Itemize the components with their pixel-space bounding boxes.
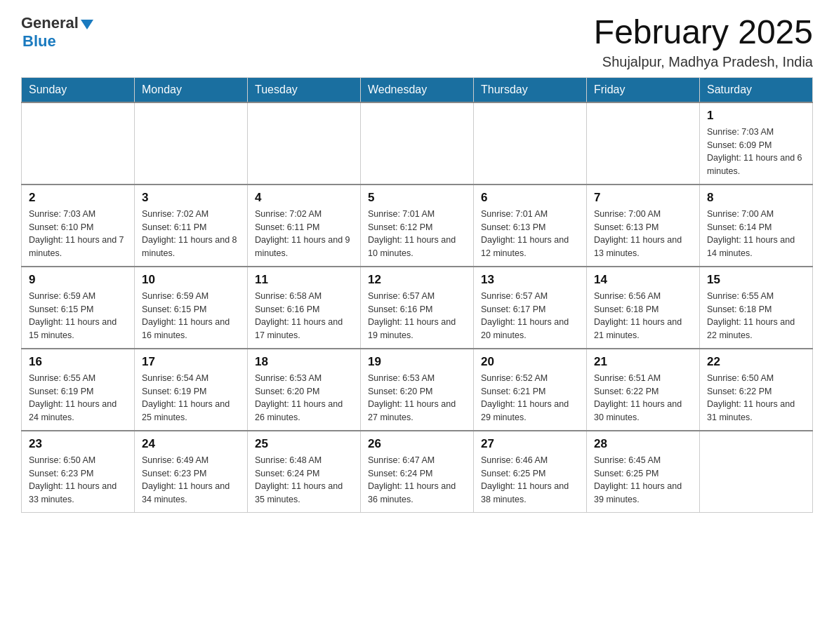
table-row — [135, 102, 248, 185]
table-row — [587, 102, 700, 185]
day-info: Sunrise: 6:54 AM Sunset: 6:19 PM Dayligh… — [142, 372, 240, 424]
calendar-table: Sunday Monday Tuesday Wednesday Thursday… — [21, 77, 813, 513]
day-info: Sunrise: 6:59 AM Sunset: 6:15 PM Dayligh… — [142, 290, 240, 342]
table-row: 21Sunrise: 6:51 AM Sunset: 6:22 PM Dayli… — [587, 349, 700, 431]
day-info: Sunrise: 6:59 AM Sunset: 6:15 PM Dayligh… — [29, 290, 127, 342]
day-number: 15 — [707, 273, 805, 287]
day-number: 5 — [368, 191, 466, 205]
header-thursday: Thursday — [474, 77, 587, 102]
table-row: 10Sunrise: 6:59 AM Sunset: 6:15 PM Dayli… — [135, 267, 248, 349]
week-row-1: 1Sunrise: 7:03 AM Sunset: 6:09 PM Daylig… — [22, 102, 813, 185]
day-info: Sunrise: 6:53 AM Sunset: 6:20 PM Dayligh… — [368, 372, 466, 424]
table-row: 9Sunrise: 6:59 AM Sunset: 6:15 PM Daylig… — [22, 267, 135, 349]
day-number: 4 — [255, 191, 353, 205]
week-row-3: 9Sunrise: 6:59 AM Sunset: 6:15 PM Daylig… — [22, 267, 813, 349]
day-info: Sunrise: 6:45 AM Sunset: 6:25 PM Dayligh… — [594, 454, 692, 507]
day-info: Sunrise: 6:55 AM Sunset: 6:19 PM Dayligh… — [29, 372, 127, 424]
header-monday: Monday — [135, 77, 248, 102]
table-row: 5Sunrise: 7:01 AM Sunset: 6:12 PM Daylig… — [361, 185, 474, 267]
day-info: Sunrise: 6:49 AM Sunset: 6:23 PM Dayligh… — [142, 454, 240, 507]
table-row: 6Sunrise: 7:01 AM Sunset: 6:13 PM Daylig… — [474, 185, 587, 267]
day-info: Sunrise: 7:03 AM Sunset: 6:09 PM Dayligh… — [707, 126, 805, 178]
day-info: Sunrise: 6:56 AM Sunset: 6:18 PM Dayligh… — [594, 290, 692, 342]
table-row: 13Sunrise: 6:57 AM Sunset: 6:17 PM Dayli… — [474, 267, 587, 349]
day-number: 22 — [707, 355, 805, 369]
day-info: Sunrise: 6:52 AM Sunset: 6:21 PM Dayligh… — [481, 372, 579, 424]
week-row-5: 23Sunrise: 6:50 AM Sunset: 6:23 PM Dayli… — [22, 431, 813, 513]
day-number: 19 — [368, 355, 466, 369]
logo-arrow-icon — [81, 20, 93, 29]
day-number: 27 — [481, 437, 579, 451]
day-number: 14 — [594, 273, 692, 287]
table-row: 16Sunrise: 6:55 AM Sunset: 6:19 PM Dayli… — [22, 349, 135, 431]
day-number: 12 — [368, 273, 466, 287]
table-row: 11Sunrise: 6:58 AM Sunset: 6:16 PM Dayli… — [248, 267, 361, 349]
day-info: Sunrise: 7:02 AM Sunset: 6:11 PM Dayligh… — [255, 208, 353, 260]
header-wednesday: Wednesday — [361, 77, 474, 102]
day-number: 24 — [142, 437, 240, 451]
day-info: Sunrise: 6:57 AM Sunset: 6:17 PM Dayligh… — [481, 290, 579, 342]
day-number: 11 — [255, 273, 353, 287]
day-info: Sunrise: 6:50 AM Sunset: 6:23 PM Dayligh… — [29, 454, 127, 507]
day-info: Sunrise: 6:47 AM Sunset: 6:24 PM Dayligh… — [368, 454, 466, 507]
day-info: Sunrise: 6:51 AM Sunset: 6:22 PM Dayligh… — [594, 372, 692, 424]
day-info: Sunrise: 6:53 AM Sunset: 6:20 PM Dayligh… — [255, 372, 353, 424]
day-info: Sunrise: 7:00 AM Sunset: 6:13 PM Dayligh… — [594, 208, 692, 260]
week-row-4: 16Sunrise: 6:55 AM Sunset: 6:19 PM Dayli… — [22, 349, 813, 431]
day-number: 10 — [142, 273, 240, 287]
day-number: 18 — [255, 355, 353, 369]
day-info: Sunrise: 7:02 AM Sunset: 6:11 PM Dayligh… — [142, 208, 240, 260]
title-area: February 2025 Shujalpur, Madhya Pradesh,… — [594, 14, 813, 70]
day-number: 16 — [29, 355, 127, 369]
table-row: 28Sunrise: 6:45 AM Sunset: 6:25 PM Dayli… — [587, 431, 700, 513]
table-row — [700, 431, 813, 513]
header: General Blue February 2025 Shujalpur, Ma… — [21, 14, 813, 70]
day-info: Sunrise: 6:46 AM Sunset: 6:25 PM Dayligh… — [481, 454, 579, 507]
day-info: Sunrise: 6:55 AM Sunset: 6:18 PM Dayligh… — [707, 290, 805, 342]
day-number: 26 — [368, 437, 466, 451]
table-row: 27Sunrise: 6:46 AM Sunset: 6:25 PM Dayli… — [474, 431, 587, 513]
table-row: 23Sunrise: 6:50 AM Sunset: 6:23 PM Dayli… — [22, 431, 135, 513]
day-info: Sunrise: 7:03 AM Sunset: 6:10 PM Dayligh… — [29, 208, 127, 260]
table-row: 2Sunrise: 7:03 AM Sunset: 6:10 PM Daylig… — [22, 185, 135, 267]
day-number: 8 — [707, 191, 805, 205]
table-row: 8Sunrise: 7:00 AM Sunset: 6:14 PM Daylig… — [700, 185, 813, 267]
week-row-2: 2Sunrise: 7:03 AM Sunset: 6:10 PM Daylig… — [22, 185, 813, 267]
header-saturday: Saturday — [700, 77, 813, 102]
day-number: 2 — [29, 191, 127, 205]
logo-blue-text: Blue — [22, 32, 56, 51]
table-row — [361, 102, 474, 185]
day-number: 20 — [481, 355, 579, 369]
day-info: Sunrise: 6:57 AM Sunset: 6:16 PM Dayligh… — [368, 290, 466, 342]
day-info: Sunrise: 7:01 AM Sunset: 6:12 PM Dayligh… — [368, 208, 466, 260]
logo: General Blue — [21, 14, 93, 51]
day-info: Sunrise: 6:48 AM Sunset: 6:24 PM Dayligh… — [255, 454, 353, 507]
day-number: 9 — [29, 273, 127, 287]
table-row: 24Sunrise: 6:49 AM Sunset: 6:23 PM Dayli… — [135, 431, 248, 513]
day-info: Sunrise: 6:58 AM Sunset: 6:16 PM Dayligh… — [255, 290, 353, 342]
table-row — [22, 102, 135, 185]
table-row: 4Sunrise: 7:02 AM Sunset: 6:11 PM Daylig… — [248, 185, 361, 267]
location-title: Shujalpur, Madhya Pradesh, India — [594, 54, 813, 70]
table-row: 18Sunrise: 6:53 AM Sunset: 6:20 PM Dayli… — [248, 349, 361, 431]
weekday-header-row: Sunday Monday Tuesday Wednesday Thursday… — [22, 77, 813, 102]
day-info: Sunrise: 6:50 AM Sunset: 6:22 PM Dayligh… — [707, 372, 805, 424]
table-row: 19Sunrise: 6:53 AM Sunset: 6:20 PM Dayli… — [361, 349, 474, 431]
table-row: 22Sunrise: 6:50 AM Sunset: 6:22 PM Dayli… — [700, 349, 813, 431]
day-number: 28 — [594, 437, 692, 451]
header-friday: Friday — [587, 77, 700, 102]
table-row: 1Sunrise: 7:03 AM Sunset: 6:09 PM Daylig… — [700, 102, 813, 185]
day-number: 23 — [29, 437, 127, 451]
table-row: 3Sunrise: 7:02 AM Sunset: 6:11 PM Daylig… — [135, 185, 248, 267]
day-number: 25 — [255, 437, 353, 451]
day-number: 13 — [481, 273, 579, 287]
table-row — [474, 102, 587, 185]
table-row: 7Sunrise: 7:00 AM Sunset: 6:13 PM Daylig… — [587, 185, 700, 267]
logo-general-text: General — [21, 14, 79, 32]
day-number: 6 — [481, 191, 579, 205]
day-info: Sunrise: 7:00 AM Sunset: 6:14 PM Dayligh… — [707, 208, 805, 260]
day-number: 21 — [594, 355, 692, 369]
table-row: 26Sunrise: 6:47 AM Sunset: 6:24 PM Dayli… — [361, 431, 474, 513]
table-row: 15Sunrise: 6:55 AM Sunset: 6:18 PM Dayli… — [700, 267, 813, 349]
table-row: 12Sunrise: 6:57 AM Sunset: 6:16 PM Dayli… — [361, 267, 474, 349]
